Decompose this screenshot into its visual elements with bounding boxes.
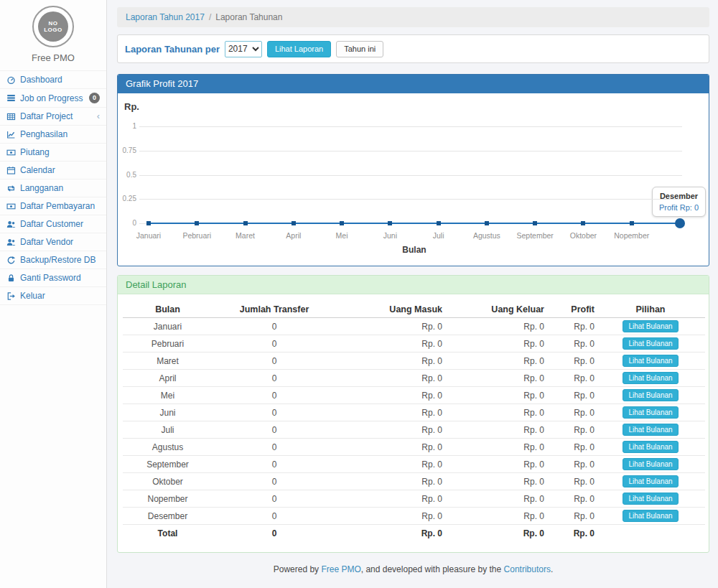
lihat-bulanan-button[interactable]: Lihat Bulanan	[623, 372, 678, 384]
calendar-icon	[6, 166, 16, 175]
main-content: Laporan Tahun 2017 / Laporan Tahunan Lap…	[107, 0, 718, 588]
cell-profit: Rp. 0	[546, 335, 596, 353]
header-profit: Profit	[546, 302, 596, 318]
footer-contributors-link[interactable]: Contributors	[504, 564, 551, 574]
total-uang-masuk: Rp. 0	[336, 525, 444, 542]
cell-jumlah-transfer: 0	[213, 473, 336, 490]
total-uang-keluar: Rp. 0	[444, 525, 546, 542]
sign-out-icon	[6, 291, 16, 301]
sidebar-item[interactable]: Daftar Customer	[0, 215, 106, 233]
sidebar-item[interactable]: Ganti Password	[0, 269, 106, 286]
sidebar-item-label: Daftar Customer	[20, 219, 83, 229]
data-point-marker	[146, 221, 151, 225]
sidebar-menu: Dashboard Job on Progress 0 Daftar Proje…	[0, 70, 106, 305]
cell-jumlah-transfer: 0	[213, 318, 336, 335]
lihat-bulanan-button[interactable]: Lihat Bulanan	[623, 406, 678, 419]
breadcrumb-link[interactable]: Laporan Tahun 2017	[126, 12, 205, 22]
x-axis-title: Bulan	[149, 245, 680, 255]
data-point-marker	[195, 221, 199, 225]
header-pilihan: Pilihan	[596, 302, 705, 318]
cell-bulan: Mei	[123, 387, 213, 404]
sidebar-item[interactable]: Job on Progress 0	[0, 88, 106, 107]
cell-bulan: Juni	[123, 404, 213, 421]
detail-report-panel: Detail Laporan Bulan Jumlah Transfer Uan…	[117, 275, 709, 553]
cell-profit: Rp. 0	[546, 353, 596, 370]
dashboard-icon	[6, 75, 16, 85]
footer-text: Powered by	[274, 564, 322, 574]
lihat-bulanan-button[interactable]: Lihat Bulanan	[623, 441, 678, 453]
table-row: April 0 Rp. 0 Rp. 0 Rp. 0 Lihat Bulanan	[123, 370, 705, 387]
sidebar-item[interactable]: Daftar Pembayaran	[0, 197, 106, 215]
sidebar-item[interactable]: Langganan	[0, 179, 106, 197]
users-icon	[6, 220, 16, 229]
cell-jumlah-transfer: 0	[213, 421, 336, 439]
cell-uang-keluar: Rp. 0	[444, 456, 546, 473]
year-select[interactable]: 2017	[225, 41, 262, 57]
tasks-icon	[6, 93, 16, 103]
sidebar-item-label: Penghasilan	[20, 129, 67, 139]
table-row: Pebruari 0 Rp. 0 Rp. 0 Rp. 0 Lihat Bulan…	[123, 335, 705, 353]
cell-bulan: Juli	[123, 421, 213, 439]
table-row: Maret 0 Rp. 0 Rp. 0 Rp. 0 Lihat Bulanan	[123, 353, 705, 370]
sidebar-item-label: Calendar	[20, 165, 55, 175]
lihat-bulanan-button[interactable]: Lihat Bulanan	[623, 475, 678, 487]
x-tick-label: Agustus	[463, 231, 510, 240]
tahun-ini-button[interactable]: Tahun ini	[336, 41, 383, 57]
footer-brand-link[interactable]: Free PMO	[321, 564, 360, 574]
sidebar-item[interactable]: Daftar Vendor	[0, 233, 106, 251]
cell-jumlah-transfer: 0	[213, 370, 336, 387]
cell-uang-keluar: Rp. 0	[444, 439, 546, 456]
lihat-bulanan-button[interactable]: Lihat Bulanan	[623, 337, 678, 350]
data-point-marker	[437, 221, 441, 225]
sidebar-item[interactable]: Calendar	[0, 161, 106, 179]
cell-jumlah-transfer: 0	[213, 404, 336, 421]
lihat-bulanan-button[interactable]: Lihat Bulanan	[623, 510, 678, 522]
cell-profit: Rp. 0	[546, 490, 596, 508]
tooltip-value: Profit Rp: 0	[659, 203, 699, 212]
data-point-marker	[388, 221, 392, 225]
cell-uang-masuk: Rp. 0	[336, 404, 444, 421]
sidebar-item[interactable]: Penghasilan	[0, 125, 106, 143]
lihat-bulanan-button[interactable]: Lihat Bulanan	[623, 424, 678, 436]
gridline	[139, 126, 682, 127]
cell-profit: Rp. 0	[546, 473, 596, 490]
retweet-icon	[6, 184, 16, 193]
total-profit: Rp. 0	[546, 525, 596, 542]
lock-icon	[6, 274, 16, 283]
y-axis-title: Rp.	[124, 101, 139, 112]
chart-panel-title: Grafik Profit 2017	[118, 75, 709, 93]
cell-uang-masuk: Rp. 0	[336, 456, 444, 473]
sidebar-item[interactable]: Dashboard	[0, 70, 106, 88]
breadcrumb: Laporan Tahun 2017 / Laporan Tahunan	[117, 7, 709, 27]
cell-profit: Rp. 0	[546, 404, 596, 421]
cell-jumlah-transfer: 0	[213, 439, 336, 456]
sidebar-item[interactable]: Backup/Restore DB	[0, 251, 106, 269]
lihat-bulanan-button[interactable]: Lihat Bulanan	[623, 389, 678, 401]
lihat-bulanan-button[interactable]: Lihat Bulanan	[623, 355, 678, 367]
lihat-bulanan-button[interactable]: Lihat Bulanan	[623, 320, 678, 332]
lihat-laporan-button[interactable]: Lihat Laporan	[267, 41, 331, 57]
cell-uang-masuk: Rp. 0	[336, 353, 444, 370]
logo-line1: NO	[49, 20, 58, 27]
cell-uang-keluar: Rp. 0	[444, 508, 546, 525]
cell-uang-keluar: Rp. 0	[444, 318, 546, 335]
y-tick-label: 0.25	[118, 195, 136, 202]
header-uang-masuk: Uang Masuk	[336, 302, 444, 318]
breadcrumb-separator: /	[205, 12, 215, 22]
data-point-marker	[243, 221, 248, 225]
cell-bulan: Nopember	[123, 490, 213, 508]
cell-profit: Rp. 0	[546, 318, 596, 335]
sidebar-item[interactable]: Piutang	[0, 143, 106, 161]
no-logo-text: NO LOGO	[38, 11, 68, 42]
header-jumlah-transfer: Jumlah Transfer	[213, 302, 336, 318]
lihat-bulanan-button[interactable]: Lihat Bulanan	[623, 493, 678, 505]
table-row: Oktober 0 Rp. 0 Rp. 0 Rp. 0 Lihat Bulana…	[123, 473, 705, 490]
sidebar-item[interactable]: Keluar	[0, 286, 106, 305]
sidebar-item-label: Daftar Vendor	[20, 237, 73, 247]
breadcrumb-current: Laporan Tahunan	[215, 12, 282, 22]
lihat-bulanan-button[interactable]: Lihat Bulanan	[623, 458, 678, 470]
sidebar-item[interactable]: Daftar Project ‹	[0, 107, 106, 125]
cell-uang-keluar: Rp. 0	[444, 404, 546, 421]
cell-uang-keluar: Rp. 0	[444, 421, 546, 439]
footer-text-suffix: .	[551, 564, 553, 574]
